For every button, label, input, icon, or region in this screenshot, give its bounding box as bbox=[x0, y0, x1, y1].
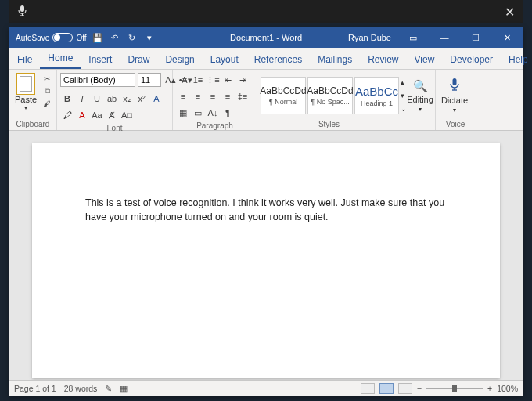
voice-group-label: Voice bbox=[439, 118, 472, 130]
align-right-icon[interactable]: ≡ bbox=[206, 89, 220, 103]
tab-references[interactable]: References bbox=[246, 49, 310, 69]
numbering-icon[interactable]: 1≡ bbox=[191, 73, 205, 87]
align-center-icon[interactable]: ≡ bbox=[191, 89, 205, 103]
paste-button[interactable]: Paste ▾ bbox=[13, 73, 39, 111]
decrease-indent-icon[interactable]: ⇤ bbox=[221, 73, 235, 87]
ribbon-display-icon[interactable]: ▭ bbox=[399, 27, 427, 48]
zoom-slider[interactable] bbox=[426, 388, 483, 389]
clear-format-icon[interactable]: A̸ bbox=[105, 108, 119, 122]
tab-insert[interactable]: Insert bbox=[81, 49, 120, 69]
multilevel-icon[interactable]: ⋮≡ bbox=[206, 73, 220, 87]
shading-icon[interactable]: ▦ bbox=[176, 106, 190, 120]
page-indicator[interactable]: Page 1 of 1 bbox=[14, 384, 56, 393]
user-name[interactable]: Ryan Dube bbox=[348, 33, 391, 42]
chevron-down-icon[interactable]: ▾ bbox=[453, 107, 456, 114]
text-cursor bbox=[329, 211, 329, 222]
svg-rect-3 bbox=[453, 78, 457, 85]
strike-button[interactable]: ab bbox=[105, 92, 119, 106]
group-font: A▴ A▾ B I U ab x₂ x² A 🖍 A Aa A̸ bbox=[57, 70, 173, 130]
zoom-level[interactable]: 100% bbox=[497, 384, 518, 393]
dictate-button[interactable]: Dictate ▾ bbox=[439, 71, 470, 118]
style-normal[interactable]: AaBbCcDd ¶ Normal bbox=[261, 77, 306, 114]
chevron-down-icon[interactable]: ▾ bbox=[24, 104, 27, 111]
save-icon[interactable]: 💾 bbox=[92, 31, 104, 44]
editing-button[interactable]: 🔍 Editing ▾ bbox=[404, 71, 436, 118]
paragraph-group-label: Paragraph bbox=[176, 120, 253, 132]
align-left-icon[interactable]: ≡ bbox=[176, 89, 190, 103]
copy-icon[interactable]: ⧉ bbox=[41, 85, 53, 96]
subscript-button[interactable]: x₂ bbox=[120, 92, 134, 106]
mic-icon[interactable] bbox=[17, 5, 27, 20]
cut-icon[interactable]: ✂ bbox=[41, 73, 53, 84]
dictate-label: Dictate bbox=[441, 96, 468, 105]
format-painter-icon[interactable]: 🖌 bbox=[41, 98, 53, 109]
underline-button[interactable]: U bbox=[90, 92, 104, 106]
italic-button[interactable]: I bbox=[75, 92, 89, 106]
read-mode-icon[interactable] bbox=[361, 383, 375, 394]
voice-recognition-bar: ✕ bbox=[9, 0, 523, 23]
document-area[interactable]: This is a test of voice recognition. I t… bbox=[9, 131, 523, 380]
highlight-icon[interactable]: 🖍 bbox=[60, 108, 74, 122]
print-layout-icon[interactable] bbox=[379, 383, 394, 394]
tab-file[interactable]: File bbox=[9, 49, 40, 69]
paste-label: Paste bbox=[15, 95, 37, 104]
window-title: Document1 - Word bbox=[230, 33, 302, 42]
close-button[interactable]: ✕ bbox=[493, 27, 521, 48]
show-marks-icon[interactable]: ¶ bbox=[221, 106, 235, 120]
zoom-out-button[interactable]: − bbox=[417, 384, 422, 393]
style-heading1[interactable]: AaBbCc Heading 1 bbox=[354, 77, 399, 114]
tab-home[interactable]: Home bbox=[40, 48, 81, 69]
find-icon: 🔍 bbox=[413, 79, 428, 93]
tab-design[interactable]: Design bbox=[157, 49, 202, 69]
tab-layout[interactable]: Layout bbox=[203, 49, 246, 69]
qat-dropdown-icon[interactable]: ▾ bbox=[143, 31, 156, 44]
close-icon[interactable]: ✕ bbox=[505, 5, 515, 20]
tab-mailings[interactable]: Mailings bbox=[310, 49, 360, 69]
change-case-icon[interactable]: Aa bbox=[90, 108, 104, 122]
status-bar: Page 1 of 1 28 words ✎ ▦ − + 100% bbox=[9, 380, 523, 396]
zoom-in-button[interactable]: + bbox=[487, 384, 492, 393]
tab-review[interactable]: Review bbox=[360, 49, 406, 69]
font-name-select[interactable] bbox=[60, 73, 135, 87]
style-no-spacing[interactable]: AaBbCcDd ¶ No Spac... bbox=[307, 77, 353, 114]
word-count[interactable]: 28 words bbox=[64, 384, 98, 393]
minimize-button[interactable]: — bbox=[430, 27, 458, 48]
redo-icon[interactable]: ↻ bbox=[126, 31, 138, 44]
autosave-state: Off bbox=[76, 34, 86, 42]
tab-developer[interactable]: Developer bbox=[442, 49, 501, 69]
tab-view[interactable]: View bbox=[407, 49, 443, 69]
text-effects-icon[interactable]: A bbox=[149, 92, 164, 106]
spellcheck-icon[interactable]: ✎ bbox=[105, 384, 112, 393]
font-group-label: Font bbox=[60, 122, 169, 134]
group-clipboard: Paste ▾ ✂ ⧉ 🖌 Clipboard bbox=[9, 70, 57, 130]
web-layout-icon[interactable] bbox=[398, 383, 412, 394]
document-body-text[interactable]: This is a test of voice recognition. I t… bbox=[85, 197, 444, 222]
line-spacing-icon[interactable]: ‡≡ bbox=[235, 89, 250, 103]
superscript-button[interactable]: x² bbox=[135, 92, 149, 106]
macro-icon[interactable]: ▦ bbox=[120, 384, 128, 393]
document-page[interactable]: This is a test of voice recognition. I t… bbox=[32, 143, 500, 378]
bold-button[interactable]: B bbox=[60, 92, 74, 106]
increase-indent-icon[interactable]: ⇥ bbox=[235, 73, 250, 87]
maximize-button[interactable]: ☐ bbox=[462, 27, 490, 48]
char-border-icon[interactable]: A□ bbox=[120, 108, 134, 122]
font-color-icon[interactable]: A bbox=[75, 108, 89, 122]
font-size-select[interactable] bbox=[138, 73, 161, 87]
autosave-toggle[interactable]: AutoSave Off bbox=[16, 33, 87, 42]
clipboard-group-label: Clipboard bbox=[13, 118, 53, 130]
justify-icon[interactable]: ≡ bbox=[221, 89, 235, 103]
ribbon: Paste ▾ ✂ ⧉ 🖌 Clipboard A▴ A▾ bbox=[9, 70, 523, 131]
style-name: ¶ Normal bbox=[269, 98, 297, 106]
bullets-icon[interactable]: •≡ bbox=[176, 73, 190, 87]
toggle-off-icon[interactable] bbox=[52, 33, 73, 42]
sort-icon[interactable]: A↓ bbox=[206, 106, 220, 120]
editing-label: Editing bbox=[407, 95, 433, 104]
borders-icon[interactable]: ▭ bbox=[191, 106, 205, 120]
word-app-window: AutoSave Off 💾 ↶ ↻ ▾ Document1 - Word Ry… bbox=[9, 27, 523, 396]
tab-draw[interactable]: Draw bbox=[120, 49, 157, 69]
ribbon-tabs: File Home Insert Draw Design Layout Refe… bbox=[9, 48, 523, 70]
undo-icon[interactable]: ↶ bbox=[109, 31, 121, 44]
style-preview: AaBbCcDd bbox=[307, 85, 353, 96]
chevron-down-icon[interactable]: ▾ bbox=[419, 106, 422, 113]
tab-help[interactable]: Help bbox=[501, 49, 532, 69]
